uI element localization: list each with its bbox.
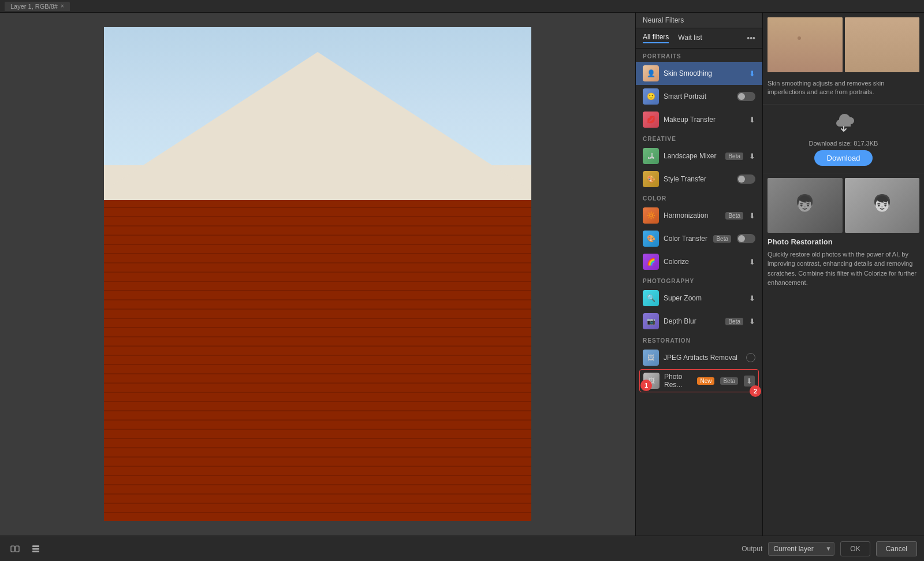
preview-images	[767, 17, 919, 72]
face-after	[845, 17, 920, 72]
photo-restoration-new-badge: New	[697, 377, 714, 385]
panel-title: Neural Filters	[643, 16, 684, 24]
depth-blur-beta-badge: Beta	[725, 318, 743, 325]
depth-blur-label: Depth Blur	[664, 317, 721, 325]
photo-res-after	[845, 178, 920, 233]
smart-portrait-icon: 🙂	[643, 88, 659, 105]
makeup-transfer-icon: 💋	[643, 112, 659, 128]
makeup-transfer-label: Makeup Transfer	[664, 116, 744, 124]
skin-smoothing-label: Skin Smoothing	[664, 69, 744, 77]
filter-photo-restoration[interactable]: 🖼 Photo Res... New Beta ⬇	[639, 369, 759, 392]
preview-after	[845, 17, 920, 72]
filter-jpeg-artifacts[interactable]: 🖼 JPEG Artifacts Removal	[636, 346, 762, 369]
child-face-after	[845, 178, 920, 233]
section-photography: PHOTOGRAPHY	[636, 273, 762, 287]
neural-filters-panel: Neural Filters All filters Wait list •••…	[635, 13, 762, 536]
section-color: COLOR	[636, 191, 762, 204]
photo-res-before	[767, 178, 843, 233]
filter-harmonization[interactable]: 🔆 Harmonization Beta ⬇	[636, 204, 762, 227]
harmonization-icon: 🔆	[643, 207, 659, 224]
filter-skin-smoothing[interactable]: 👤 Skin Smoothing ⬇	[636, 62, 762, 85]
child-face-before	[767, 178, 843, 233]
filter-landscape-mixer[interactable]: 🏞 Landscape Mixer Beta ⬇	[636, 144, 762, 168]
harmonization-label: Harmonization	[664, 211, 721, 220]
face-before	[767, 17, 843, 72]
svg-rect-2	[32, 545, 39, 547]
canvas-area	[0, 13, 635, 536]
jpeg-artifacts-label: JPEG Artifacts Removal	[664, 354, 742, 362]
svg-rect-0	[11, 546, 14, 552]
filter-style-transfer[interactable]: 🎨 Style Transfer	[636, 168, 762, 191]
output-label: Output	[742, 545, 762, 553]
style-transfer-icon: 🎨	[643, 171, 659, 187]
makeup-transfer-download-icon[interactable]: ⬇	[749, 116, 755, 124]
landscape-mixer-label: Landscape Mixer	[664, 152, 721, 160]
barn-siding	[104, 200, 531, 521]
filter-super-zoom[interactable]: 🔍 Super Zoom ⬇	[636, 287, 762, 310]
skin-smoothing-description: Skin smoothing adjusts and removes skin …	[767, 77, 919, 99]
filter-list: PORTRAITS 👤 Skin Smoothing ⬇ 🙂 Smart Por…	[636, 49, 762, 536]
skin-smoothing-preview: Skin smoothing adjusts and removes skin …	[763, 13, 924, 105]
barn-roof-area	[104, 52, 531, 190]
panel-more-options[interactable]: •••	[747, 34, 755, 43]
colorize-icon: 🌈	[643, 254, 659, 270]
photo-res-preview	[767, 178, 919, 233]
landscape-mixer-download-icon[interactable]: ⬇	[749, 152, 755, 161]
canvas-image	[104, 27, 531, 521]
download-size-label: Download size: 817.3KB	[809, 140, 878, 147]
preview-before	[767, 17, 843, 72]
smart-portrait-toggle[interactable]	[737, 92, 755, 101]
download-section: Download size: 817.3KB Download	[763, 105, 924, 173]
jpeg-artifacts-icon: 🖼	[643, 350, 659, 366]
badge-number-1: 1	[640, 380, 652, 391]
harmonization-download-icon[interactable]: ⬇	[749, 211, 755, 220]
ok-button[interactable]: OK	[840, 541, 870, 556]
section-portraits: PORTRAITS	[636, 49, 762, 62]
colorize-label: Colorize	[664, 258, 744, 266]
color-transfer-toggle[interactable]	[737, 234, 755, 243]
photo-restoration-beta-badge: Beta	[720, 377, 738, 385]
filter-smart-portrait[interactable]: 🙂 Smart Portrait	[636, 85, 762, 108]
layers-stack-icon[interactable]	[28, 541, 44, 557]
colorize-download-icon[interactable]: ⬇	[749, 258, 755, 266]
depth-blur-download-icon[interactable]: ⬇	[749, 317, 755, 326]
tab-close-icon[interactable]: ×	[61, 3, 64, 9]
color-transfer-label: Color Transfer	[664, 235, 709, 243]
bottom-icons	[7, 541, 44, 557]
bottom-bar: Output Current layer New layer New docum…	[0, 536, 924, 561]
photo-restoration-label: Photo Res...	[664, 373, 692, 389]
panel-tabs: All filters Wait list •••	[636, 28, 762, 49]
filter-makeup-transfer[interactable]: 💋 Makeup Transfer ⬇	[636, 108, 762, 131]
filter-colorize[interactable]: 🌈 Colorize ⬇	[636, 250, 762, 273]
cloud-download-icon	[832, 112, 855, 136]
jpeg-artifacts-circle[interactable]	[746, 353, 755, 362]
color-transfer-icon: 🎨	[643, 231, 659, 247]
panel-header: Neural Filters	[636, 13, 762, 28]
tab-all-filters[interactable]: All filters	[643, 33, 669, 43]
tab-wait-list[interactable]: Wait list	[678, 34, 702, 43]
output-select-wrapper: Current layer New layer New document Sma…	[768, 542, 834, 556]
style-transfer-label: Style Transfer	[664, 175, 732, 183]
download-button[interactable]: Download	[814, 150, 873, 166]
super-zoom-label: Super Zoom	[664, 294, 744, 302]
svg-rect-1	[16, 546, 19, 552]
filter-photo-restoration-wrapper: 🖼 Photo Res... New Beta ⬇ 1 2	[639, 369, 759, 392]
tab-label: Layer 1, RGB/8#	[10, 3, 58, 10]
filter-color-transfer[interactable]: 🎨 Color Transfer Beta	[636, 227, 762, 250]
super-zoom-download-icon[interactable]: ⬇	[749, 294, 755, 303]
cancel-button[interactable]: Cancel	[876, 541, 917, 556]
landscape-mixer-beta-badge: Beta	[725, 153, 743, 160]
landscape-mixer-icon: 🏞	[643, 148, 659, 164]
right-panel: Skin smoothing adjusts and removes skin …	[762, 13, 924, 536]
badge-number-2: 2	[750, 385, 761, 397]
photo-restoration-section: Photo Restoration Quickly restore old ph…	[763, 173, 924, 536]
output-select[interactable]: Current layer New layer New document Sma…	[768, 542, 834, 556]
skin-smoothing-download-icon[interactable]: ⬇	[749, 69, 755, 78]
svg-rect-4	[32, 551, 39, 552]
photo-restoration-download-icon[interactable]: ⬇	[744, 376, 755, 387]
filter-depth-blur[interactable]: 📷 Depth Blur Beta ⬇	[636, 310, 762, 333]
document-tab[interactable]: Layer 1, RGB/8# ×	[5, 2, 70, 11]
style-transfer-toggle[interactable]	[737, 174, 755, 184]
layers-compare-icon[interactable]	[7, 541, 23, 557]
harmonization-beta-badge: Beta	[725, 212, 743, 220]
